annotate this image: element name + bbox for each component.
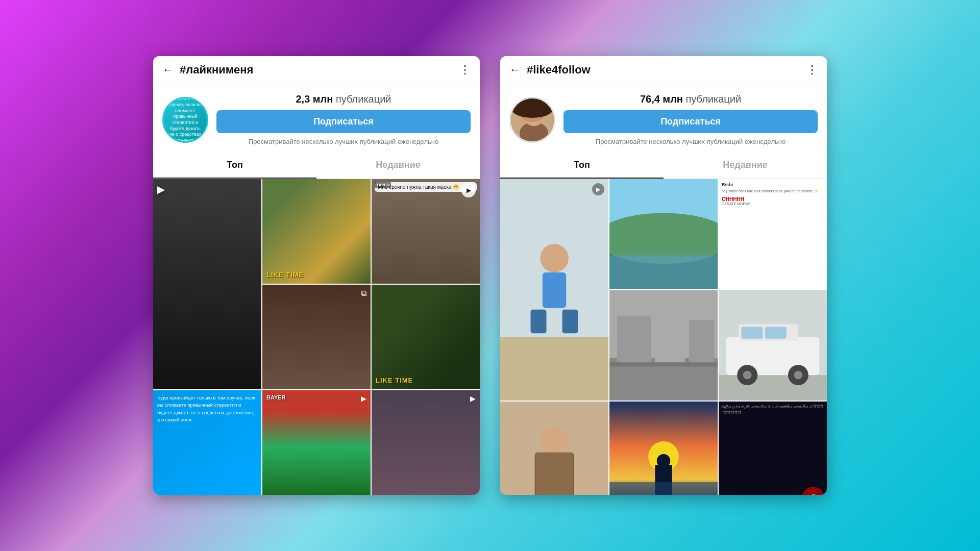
multipost-icon: ⧉	[361, 289, 366, 298]
svg-point-39	[657, 454, 671, 468]
left-tab-recent[interactable]: Недавние	[316, 153, 480, 179]
stadium-bg	[262, 390, 371, 495]
right-grid-item-3[interactable]: Rishi hey father don't talk soul connect…	[719, 179, 827, 289]
right-tab-top[interactable]: Топ	[500, 153, 664, 179]
like-time-label-2: LIKE TIME	[376, 377, 476, 384]
svg-rect-33	[535, 453, 574, 495]
svg-point-3	[524, 102, 544, 114]
right-avatar-image	[511, 98, 554, 141]
right-hashtag-title: #like4follow	[527, 63, 800, 77]
svg-point-2	[524, 106, 544, 126]
sinhala-text: ජාලිය ලබා ගැනී නො ගිය ම ගේ ශක්තිය නො ගිය…	[719, 402, 827, 495]
right-grid-item-8[interactable]: ජාලිය ලබා ගැනී නො ගිය ම ගේ ශක්තිය නො ගිය…	[719, 402, 827, 495]
svg-rect-6	[500, 337, 608, 400]
right-avatar	[509, 97, 555, 143]
right-tab-recent[interactable]: Недавние	[664, 153, 827, 179]
left-subscribe-hint: Просматривайте несколько лучших публикац…	[216, 137, 471, 146]
svg-rect-18	[655, 307, 684, 366]
right-grid-item-1[interactable]: ▶	[500, 179, 608, 400]
left-hashtag-title: #лайкнименя	[180, 63, 453, 77]
left-pub-count: 2,3 млн публикаций	[216, 93, 471, 105]
right-grid-item-6[interactable]	[500, 402, 608, 495]
svg-point-32	[541, 427, 568, 454]
right-menu-button[interactable]: ⋮	[806, 63, 818, 77]
left-menu-button[interactable]: ⋮	[459, 63, 471, 77]
right-grid-item-4[interactable]	[609, 290, 718, 400]
right-tabs: Топ Недавние	[500, 153, 827, 179]
right-header: ← #like4follow ⋮	[500, 56, 827, 84]
play-icon-3: ▶	[461, 183, 476, 197]
svg-text:😤: 😤	[809, 494, 818, 495]
svg-rect-17	[617, 316, 651, 367]
svg-rect-9	[531, 310, 547, 334]
svg-rect-25	[742, 327, 763, 339]
left-grid-item-7[interactable]: ▶ BAYER ▶	[262, 390, 371, 495]
phone-wrapper: ← #лайкнименя ⋮ Чудо произойдет только в…	[0, 0, 980, 551]
svg-point-7	[540, 244, 569, 272]
svg-rect-10	[562, 310, 578, 334]
left-grid-item-4[interactable]: ⧉	[262, 285, 371, 389]
left-grid-item-5[interactable]: LIKE TIME	[372, 285, 480, 389]
right-grid-item-5[interactable]	[719, 290, 827, 400]
play-icon-8: ▶	[470, 394, 476, 403]
right-phone: ← #like4follow ⋮	[500, 56, 827, 495]
left-back-button[interactable]: ←	[162, 63, 174, 77]
right-profile-section: 76,4 млн публикаций Подписаться Просматр…	[500, 84, 827, 153]
right-profile-info: 76,4 млн публикаций Подписаться Просматр…	[564, 93, 818, 146]
tago-badge: ТАРГО	[375, 182, 391, 188]
left-grid-item-3[interactable]: Мне срочно нужна такая маска 😁 ТАРГО ▶	[372, 179, 480, 284]
left-grid-item-1[interactable]: ▶	[153, 179, 261, 389]
svg-rect-20	[609, 362, 718, 366]
svg-rect-8	[543, 272, 567, 308]
like-time-label-1: LIKE TIME	[266, 271, 366, 279]
play-icon-7b: ▶	[361, 394, 366, 403]
left-image-grid: ▶ LIKE TIME Мне срочно нужна такая маска…	[153, 179, 480, 495]
right-back-button[interactable]: ←	[509, 63, 521, 77]
left-grid-item-8[interactable]: ▶	[372, 390, 480, 495]
left-grid-item-2[interactable]: LIKE TIME	[262, 179, 371, 284]
right-grid-item-2[interactable]	[609, 179, 718, 289]
chat-overlay: Rishi hey father don't talk soul connect…	[719, 179, 827, 289]
right-subscribe-button[interactable]: Подписаться	[564, 110, 818, 133]
svg-point-29	[743, 371, 752, 380]
left-subscribe-button[interactable]: Подписаться	[216, 110, 471, 133]
svg-rect-19	[689, 320, 715, 366]
bayer-label: BAYER	[266, 394, 286, 400]
right-pub-count: 76,4 млн публикаций	[564, 93, 818, 105]
left-profile-info: 2,3 млн публикаций Подписаться Просматри…	[216, 93, 471, 146]
left-phone: ← #лайкнименя ⋮ Чудо произойдет только в…	[153, 56, 480, 495]
right-image-grid: ▶	[500, 179, 827, 495]
left-profile-section: Чудо произойдет только в том случае, есл…	[153, 84, 480, 153]
svg-rect-22	[719, 375, 827, 400]
blue-text-content: Чудо произойдет только в том случае, есл…	[153, 390, 261, 495]
video-badge-1: ▶	[592, 183, 604, 195]
left-tabs: Топ Недавние	[153, 153, 480, 179]
right-grid-item-7[interactable]	[609, 402, 718, 495]
svg-rect-40	[609, 482, 718, 495]
svg-point-30	[794, 371, 803, 380]
left-tab-top[interactable]: Топ	[153, 153, 316, 179]
svg-rect-14	[609, 256, 718, 289]
svg-rect-26	[765, 327, 787, 339]
left-avatar: Чудо произойдет только в том случае, есл…	[162, 97, 208, 143]
left-header: ← #лайкнименя ⋮	[153, 56, 480, 84]
left-avatar-text: Чудо произойдет только в том случае, есл…	[164, 97, 207, 143]
reel-icon: ▶	[157, 183, 165, 195]
right-subscribe-hint: Просматривайте несколько лучших публикац…	[564, 137, 818, 146]
left-grid-item-6[interactable]: Чудо произойдет только в том случае, есл…	[153, 390, 261, 495]
svg-point-4	[530, 115, 538, 120]
